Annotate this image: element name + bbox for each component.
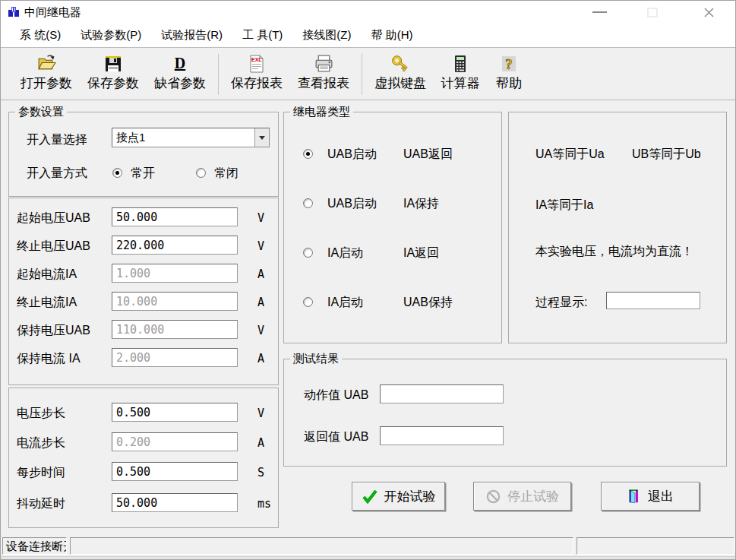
info-line-dc-note: 本实验电压，电流均为直流！ — [535, 244, 693, 260]
window-bottom-edge — [1, 556, 735, 560]
field-label: 起始电压UAB — [17, 210, 90, 226]
svg-text:EXL: EXL — [251, 57, 262, 62]
relay-type-end-label: UAB保持 — [403, 295, 453, 311]
info-line-ua: UA等同于Ua — [535, 147, 605, 163]
menu-wiring-diagram[interactable]: 接线图(Z) — [302, 28, 351, 43]
field-label: 每步时间 — [17, 465, 65, 481]
level-params-group: 起始电压UAB V 终止电压UAB V 起始电流IA A 终止电流IA A 保持… — [8, 198, 279, 385]
button-label: 停止试验 — [507, 488, 559, 505]
menu-test-params[interactable]: 试验参数(P) — [81, 28, 141, 43]
toolbar-label: 计算器 — [441, 74, 480, 93]
jitter-delay-input[interactable] — [112, 493, 238, 512]
relay-type-radio-4[interactable] — [303, 297, 313, 307]
close-button[interactable] — [689, 1, 728, 24]
field-label: 终止电流IA — [17, 295, 77, 311]
field-unit: A — [257, 267, 264, 281]
start-voltage-input[interactable] — [112, 207, 238, 226]
toolbar-open-params-button[interactable]: 打开参数 — [13, 53, 80, 96]
button-label: 退出 — [648, 488, 674, 505]
menu-system[interactable]: 系 统(S) — [20, 28, 61, 43]
default-d-icon: D — [175, 53, 185, 74]
radio-label[interactable]: 常闭 — [214, 166, 238, 182]
status-panel-middle — [70, 537, 573, 555]
start-test-button[interactable]: 开始试验 — [352, 482, 445, 511]
stop-test-button: 停止试验 — [473, 482, 571, 511]
menu-help[interactable]: 帮 助(H) — [371, 28, 412, 43]
app-icon — [8, 6, 20, 18]
field-label: 保持电压UAB — [17, 323, 90, 339]
minimize-icon — [592, 11, 607, 13]
info-line-ub: UB等同于Ub — [632, 147, 701, 163]
printer-icon — [314, 53, 334, 74]
prohibit-icon — [485, 489, 501, 505]
exit-button[interactable]: 退出 — [601, 482, 700, 511]
help-question-icon: ? — [499, 53, 519, 74]
step-time-input[interactable] — [112, 462, 238, 481]
input-mode-label: 开入量方式 — [27, 166, 87, 182]
toolbar-save-report-button[interactable]: EXL 保存报表 — [223, 53, 290, 96]
contact-select-combobox[interactable]: 接点1 — [112, 128, 270, 147]
relay-type-radio-1[interactable] — [303, 149, 313, 159]
field-label: 起始电流IA — [17, 267, 77, 283]
action-value-field[interactable] — [380, 384, 504, 403]
status-bar: 设备连接断开 — [1, 535, 735, 556]
field-unit: V — [257, 324, 264, 337]
voltage-step-input[interactable] — [112, 403, 238, 422]
toolbar-separator — [218, 54, 219, 95]
toolbar-calculator-button[interactable]: 计算器 — [434, 53, 487, 96]
field-unit: A — [257, 352, 264, 365]
end-voltage-input[interactable] — [112, 236, 238, 255]
relay-type-start-label[interactable]: IA启动 — [327, 245, 363, 261]
toolbar-virtual-keyboard-button[interactable]: 虚拟键盘 — [367, 53, 434, 96]
title-bar: 中间继电器 — [1, 1, 735, 24]
menu-tools[interactable]: 工 具(T) — [242, 28, 283, 43]
field-label: 终止电压UAB — [17, 239, 90, 255]
client-area: 参数设置 开入量选择 接点1 开入量方式 常开 常闭 起始电压UAB V 终止电… — [1, 101, 735, 534]
group-title: 参数设置 — [15, 105, 67, 119]
field-label: 抖动延时 — [17, 496, 65, 512]
check-icon — [362, 488, 378, 505]
info-panel: UA等同于Ua UB等同于Ub IA等同于Ia 本实验电压，电流均为直流！ 过程… — [508, 112, 727, 343]
field-label: 电流步长 — [17, 435, 65, 451]
hold-voltage-input — [112, 320, 238, 339]
toolbar-label: 保存参数 — [87, 74, 139, 93]
relay-type-start-label[interactable]: UAB启动 — [327, 196, 377, 212]
field-label: 电压步长 — [17, 406, 65, 422]
field-unit: V — [257, 239, 264, 253]
end-current-input — [112, 292, 238, 311]
process-display-field[interactable] — [606, 292, 700, 309]
relay-type-start-label[interactable]: UAB启动 — [327, 147, 377, 163]
toolbar-view-report-button[interactable]: 查看报表 — [290, 53, 357, 96]
relay-type-radio-3[interactable] — [303, 248, 313, 258]
menu-test-report[interactable]: 试验报告(R) — [161, 28, 223, 43]
return-value-field[interactable] — [380, 426, 504, 445]
toolbar-label: 打开参数 — [21, 74, 72, 93]
toolbar-label: 查看报表 — [298, 74, 349, 93]
toolbar-label: 虚拟键盘 — [374, 74, 426, 93]
field-unit: ms — [257, 497, 271, 511]
combobox-dropdown-button[interactable] — [254, 128, 269, 147]
group-title: 继电器类型 — [290, 105, 353, 119]
radio-normally-closed[interactable] — [196, 168, 206, 178]
radio-normally-open[interactable] — [112, 168, 122, 178]
relay-type-end-label: UAB返回 — [403, 147, 453, 163]
toolbar-default-params-button[interactable]: D 缺省参数 — [147, 53, 213, 96]
svg-text:?: ? — [505, 56, 513, 72]
field-unit: V — [257, 407, 264, 420]
group-title: 测试结果 — [290, 352, 342, 366]
connection-status: 设备连接断开 — [2, 537, 67, 555]
minimize-button[interactable] — [580, 1, 619, 24]
test-results-group: 测试结果 动作值 UAB 返回值 UAB — [283, 359, 727, 467]
relay-type-radio-2[interactable] — [303, 198, 313, 208]
toolbar-separator — [362, 54, 362, 95]
excel-report-icon: EXL — [247, 53, 267, 74]
toolbar-label: 帮助 — [496, 74, 522, 93]
radio-label[interactable]: 常开 — [131, 166, 155, 182]
process-display-label: 过程显示: — [535, 295, 587, 311]
chevron-down-icon — [259, 136, 265, 140]
button-label: 开始试验 — [384, 488, 436, 505]
toolbar-save-params-button[interactable]: 保存参数 — [80, 53, 147, 96]
relay-type-start-label[interactable]: IA启动 — [327, 295, 363, 311]
action-value-label: 动作值 UAB — [304, 388, 368, 403]
toolbar-help-button[interactable]: ? 帮助 — [487, 53, 531, 96]
